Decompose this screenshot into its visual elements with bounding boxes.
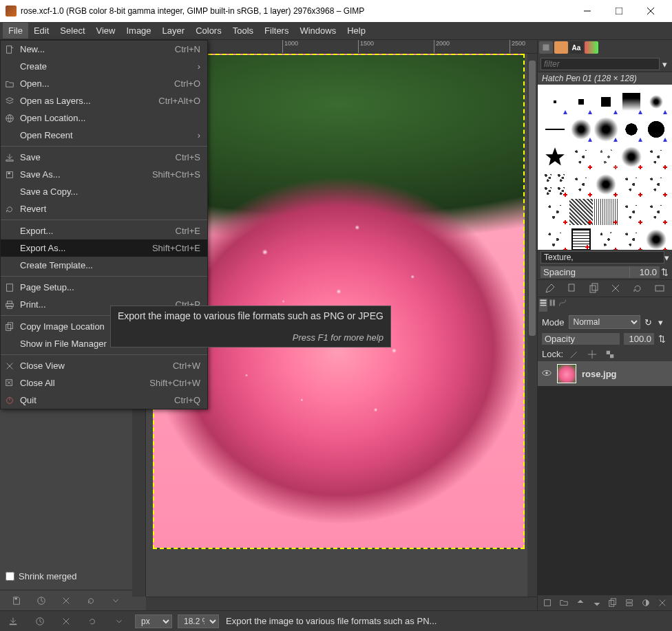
save-preset-icon[interactable] xyxy=(12,596,21,606)
brush-swatch[interactable] xyxy=(594,199,618,225)
layer-opacity-label[interactable]: Opacity xyxy=(542,333,620,345)
brush-filter-input[interactable] xyxy=(540,58,660,70)
menu-help[interactable]: Help xyxy=(342,23,371,39)
file-menu-item[interactable]: Create Template... xyxy=(1,257,207,274)
brush-swatch[interactable] xyxy=(542,199,568,225)
chevron-down-icon[interactable]: ▾ xyxy=(660,59,669,69)
raise-layer-icon[interactable] xyxy=(576,598,585,608)
mode-switch-icon[interactable]: ↻ xyxy=(644,317,654,328)
spacing-stepper[interactable]: ⇅ xyxy=(660,267,669,277)
brush-edit-icon[interactable] xyxy=(545,283,556,294)
brush-swatch[interactable] xyxy=(644,171,668,197)
menu-tools[interactable]: Tools xyxy=(227,23,259,39)
file-menu-item[interactable]: Page Setup... xyxy=(1,279,207,296)
brush-swatch[interactable] xyxy=(644,89,668,115)
delete-preset-icon[interactable] xyxy=(61,596,71,606)
brush-open-as-image-icon[interactable] xyxy=(654,283,665,294)
lock-position-icon[interactable] xyxy=(587,350,597,359)
mask-layer-icon[interactable] xyxy=(641,598,651,608)
window-minimize-button[interactable] xyxy=(571,0,603,22)
file-menu-item[interactable]: Close AllShift+Ctrl+W xyxy=(1,374,207,392)
menu-edit[interactable]: Edit xyxy=(28,23,54,39)
opacity-stepper[interactable]: ⇅ xyxy=(658,334,668,344)
merge-layer-icon[interactable] xyxy=(624,598,634,608)
tab-patterns[interactable] xyxy=(554,41,568,54)
tab-brushes[interactable] xyxy=(539,41,553,54)
brush-delete-icon[interactable] xyxy=(610,283,621,294)
chevron-down-icon[interactable]: ▾ xyxy=(664,253,669,263)
lower-layer-icon[interactable] xyxy=(592,598,602,608)
brush-swatch[interactable] xyxy=(620,171,643,197)
brush-swatch[interactable] xyxy=(620,226,643,250)
brush-swatch[interactable] xyxy=(644,226,668,250)
brush-swatch[interactable] xyxy=(542,171,568,197)
brush-swatch[interactable] xyxy=(644,116,668,142)
restore-preset-icon[interactable] xyxy=(36,596,46,606)
save-status-icon[interactable] xyxy=(8,617,18,626)
menu-image[interactable]: Image xyxy=(120,23,156,39)
brush-swatch[interactable] xyxy=(594,226,618,250)
file-menu-item[interactable]: Open...Ctrl+O xyxy=(1,75,207,92)
lock-pixels-icon[interactable] xyxy=(569,350,579,359)
brush-swatch[interactable] xyxy=(542,144,568,170)
menu-view[interactable]: View xyxy=(91,23,121,39)
file-menu-item[interactable]: QuitCtrl+Q xyxy=(1,392,207,409)
brush-swatch[interactable] xyxy=(542,226,568,250)
tab-channels[interactable] xyxy=(549,299,557,312)
duplicate-layer-icon[interactable] xyxy=(608,598,618,608)
brush-swatch[interactable] xyxy=(569,144,593,170)
brush-spacing-value[interactable]: 10.0 xyxy=(629,266,660,278)
brush-swatch-selected[interactable] xyxy=(572,229,590,250)
brush-new-icon[interactable] xyxy=(567,283,578,294)
lock-alpha-icon[interactable] xyxy=(605,350,615,359)
brush-refresh-icon[interactable] xyxy=(632,283,643,294)
brush-swatch[interactable] xyxy=(569,116,593,142)
tab-fonts[interactable]: Aa xyxy=(569,41,583,54)
file-menu-item[interactable]: Save As...Shift+Ctrl+S xyxy=(1,166,207,183)
brush-swatch[interactable] xyxy=(620,116,643,142)
new-layer-icon[interactable] xyxy=(543,598,552,608)
layer-thumbnail[interactable] xyxy=(557,364,576,383)
chevron-down-icon[interactable]: ▾ xyxy=(658,317,668,328)
tab-gradients[interactable] xyxy=(585,41,598,54)
menu-colors[interactable]: Colors xyxy=(190,23,227,39)
file-menu-item[interactable]: Close ViewCtrl+W xyxy=(1,357,207,374)
layer-mode-select[interactable]: Normal xyxy=(569,315,640,329)
reset-preset-icon[interactable] xyxy=(86,596,96,606)
menu-icon[interactable] xyxy=(114,617,124,626)
menu-file[interactable]: File xyxy=(3,23,28,39)
brush-swatch[interactable] xyxy=(594,171,618,197)
menu-filters[interactable]: Filters xyxy=(259,23,294,39)
brush-swatch[interactable] xyxy=(594,116,618,142)
layer-name[interactable]: rose.jpg xyxy=(582,369,668,379)
cancel-icon[interactable] xyxy=(61,617,71,626)
tab-layers[interactable] xyxy=(539,299,547,312)
brush-swatch[interactable] xyxy=(644,144,668,170)
menu-layer[interactable]: Layer xyxy=(157,23,191,39)
brush-swatch[interactable] xyxy=(569,89,593,115)
window-maximize-button[interactable] xyxy=(603,0,635,22)
layer-visibility-icon[interactable] xyxy=(542,368,552,380)
undo-history-icon[interactable] xyxy=(35,617,45,626)
brush-swatch[interactable] xyxy=(620,144,643,170)
file-menu-item[interactable]: Revert xyxy=(1,200,207,217)
file-menu-item[interactable]: Save a Copy... xyxy=(1,183,207,200)
new-layer-group-icon[interactable] xyxy=(559,598,569,608)
unit-select[interactable]: px xyxy=(135,614,172,628)
file-menu-item[interactable]: Export As...Shift+Ctrl+E xyxy=(1,239,207,257)
file-menu-item[interactable]: Open Recent› xyxy=(1,127,207,144)
left-dock-menu-icon[interactable] xyxy=(111,596,120,606)
brush-swatch[interactable] xyxy=(569,171,593,197)
tab-paths[interactable] xyxy=(558,299,567,312)
brush-duplicate-icon[interactable] xyxy=(589,283,600,294)
brush-swatch[interactable] xyxy=(644,199,668,225)
menu-windows[interactable]: Windows xyxy=(294,23,342,39)
window-close-button[interactable] xyxy=(635,0,666,22)
file-menu-item[interactable]: Create› xyxy=(1,58,207,75)
zoom-select[interactable]: 18.2 % xyxy=(178,614,219,628)
vertical-scrollbar-thumb[interactable] xyxy=(529,61,536,336)
brush-swatch[interactable] xyxy=(542,116,568,142)
reset-icon[interactable] xyxy=(87,617,97,626)
layer-opacity-value[interactable]: 100.0 xyxy=(624,333,654,345)
canvas-image[interactable] xyxy=(153,54,525,549)
